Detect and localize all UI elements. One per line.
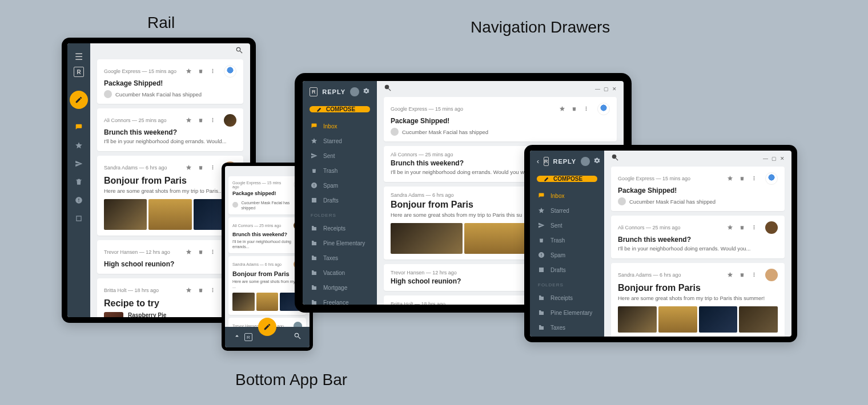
folder-item-pine[interactable]: Pine Elementary (530, 306, 604, 319)
delete-icon[interactable] (198, 66, 204, 76)
star-icon[interactable] (186, 247, 192, 257)
email-item[interactable]: Ali Connors — 25 mins ago Brunch this we… (611, 216, 785, 258)
more-icon[interactable] (210, 285, 216, 295)
search-icon[interactable] (294, 332, 302, 342)
more-icon[interactable] (751, 222, 757, 233)
delete-icon[interactable] (571, 104, 577, 114)
thumb-image[interactable] (104, 199, 147, 230)
thumb-image[interactable] (658, 306, 697, 333)
email-meta: Trevor Hansen — 12 hrs ago (391, 270, 457, 276)
minimize-icon[interactable]: ― (763, 156, 768, 161)
folder-item-receipts[interactable]: Receipts (530, 291, 604, 305)
drawer-item-drafts[interactable]: Drafts (303, 193, 377, 207)
settings-icon[interactable] (593, 156, 601, 167)
email-item[interactable]: Ali Connors — 25 mins ago Brunch this we… (97, 108, 243, 151)
search-icon[interactable] (611, 153, 619, 164)
email-subject: Brunch this weekend? (232, 232, 302, 237)
drawer-item-inbox[interactable]: Inbox (530, 189, 604, 202)
rail-item-trash[interactable] (67, 174, 90, 190)
more-icon[interactable] (583, 104, 589, 114)
thumb-image[interactable] (699, 306, 738, 333)
star-icon[interactable] (727, 173, 733, 184)
thumb-image[interactable] (739, 306, 778, 333)
folder-item-receipts[interactable]: Receipts (303, 221, 377, 235)
star-icon[interactable] (727, 270, 733, 280)
star-icon[interactable] (727, 222, 733, 233)
rail-item-starred[interactable] (67, 137, 90, 153)
close-icon[interactable]: ✕ (612, 86, 617, 92)
settings-icon[interactable] (363, 87, 370, 97)
thumb-image[interactable] (256, 293, 279, 311)
star-icon[interactable] (186, 163, 192, 173)
maximize-icon[interactable]: ▢ (771, 156, 777, 161)
thumb-image[interactable] (232, 293, 255, 311)
app-logo: R (74, 67, 84, 77)
drawer-item-starred[interactable]: Starred (303, 134, 377, 148)
more-icon[interactable] (210, 115, 216, 125)
drawer-item-trash[interactable]: Trash (303, 164, 377, 177)
more-icon[interactable] (751, 173, 757, 184)
compose-button[interactable]: COMPOSE (537, 176, 597, 182)
folder-item-vacation[interactable]: Vacation (530, 335, 604, 337)
account-avatar[interactable] (581, 157, 590, 166)
delete-icon[interactable] (739, 270, 745, 280)
delete-icon[interactable] (198, 247, 204, 257)
delete-icon[interactable] (198, 115, 204, 125)
star-icon[interactable] (186, 115, 192, 125)
thumb-image[interactable] (391, 223, 463, 254)
more-icon[interactable] (751, 270, 757, 280)
email-item[interactable]: Google Express — 15 mins ago Package Shi… (97, 59, 243, 104)
menu-icon[interactable]: ☰ (75, 49, 83, 64)
drawer-item-spam[interactable]: Spam (530, 248, 604, 262)
folder-item-taxes[interactable]: Taxes (303, 251, 377, 265)
email-item[interactable]: Sandra Adams — 6 hrs ago Bonjour from Pa… (611, 263, 785, 337)
folder-item-freelance[interactable]: Freelance (303, 295, 377, 305)
rail-item-spam[interactable] (67, 192, 90, 208)
drawer-item-sent[interactable]: Sent (530, 218, 604, 232)
compose-fab[interactable] (258, 318, 276, 336)
drawer-item-sent[interactable]: Sent (303, 149, 377, 163)
drawer-item-inbox[interactable]: Inbox (303, 119, 377, 133)
delete-icon[interactable] (198, 163, 204, 173)
folder-item-vacation[interactable]: Vacation (303, 266, 377, 280)
rail-item-inbox[interactable] (67, 119, 90, 135)
back-icon[interactable]: ‹ (537, 157, 539, 165)
maximize-icon[interactable]: ▢ (604, 86, 609, 92)
star-icon[interactable] (186, 66, 192, 76)
delete-icon[interactable] (739, 222, 745, 233)
more-icon[interactable] (210, 66, 216, 76)
chevron-up-icon[interactable] (233, 332, 241, 342)
compose-fab[interactable] (70, 91, 88, 109)
rail-item-drafts[interactable] (67, 210, 90, 226)
star-icon[interactable] (559, 104, 565, 114)
search-icon[interactable] (235, 46, 243, 56)
email-item[interactable]: Google Express — 15 mins ago Package Shi… (384, 97, 617, 141)
thumb-image[interactable] (618, 306, 657, 333)
search-icon[interactable] (384, 84, 392, 94)
thumb-image[interactable] (148, 199, 191, 230)
star-icon[interactable] (186, 285, 192, 295)
folder-item-mortgage[interactable]: Mortgage (303, 281, 377, 294)
email-item[interactable]: Google Express — 15 mins ago Package Shi… (611, 167, 785, 211)
window-controls[interactable]: ―▢✕ (595, 86, 617, 92)
compose-button[interactable]: COMPOSE (310, 106, 370, 112)
app-logo: R (310, 87, 318, 96)
drawer-item-starred[interactable]: Starred (530, 204, 604, 217)
more-icon[interactable] (210, 163, 216, 173)
rail-item-sent[interactable] (67, 156, 90, 172)
account-avatar[interactable] (350, 87, 359, 96)
drawer-item-drafts[interactable]: Drafts (530, 263, 604, 277)
close-icon[interactable]: ✕ (780, 156, 785, 161)
folder-item-pine[interactable]: Pine Elementary (303, 236, 377, 250)
folder-item-taxes[interactable]: Taxes (530, 321, 604, 334)
window-controls[interactable]: ―▢✕ (763, 156, 785, 161)
drawer-item-trash[interactable]: Trash (530, 233, 604, 247)
delete-icon[interactable] (739, 173, 745, 184)
drawer-item-spam[interactable]: Spam (303, 179, 377, 192)
navigation-rail: ☰ R (67, 43, 90, 317)
minimize-icon[interactable]: ― (595, 86, 600, 92)
more-icon[interactable] (210, 247, 216, 257)
folder-label: Freelance (323, 299, 348, 305)
folder-label: Receipts (323, 225, 345, 232)
delete-icon[interactable] (198, 285, 204, 295)
